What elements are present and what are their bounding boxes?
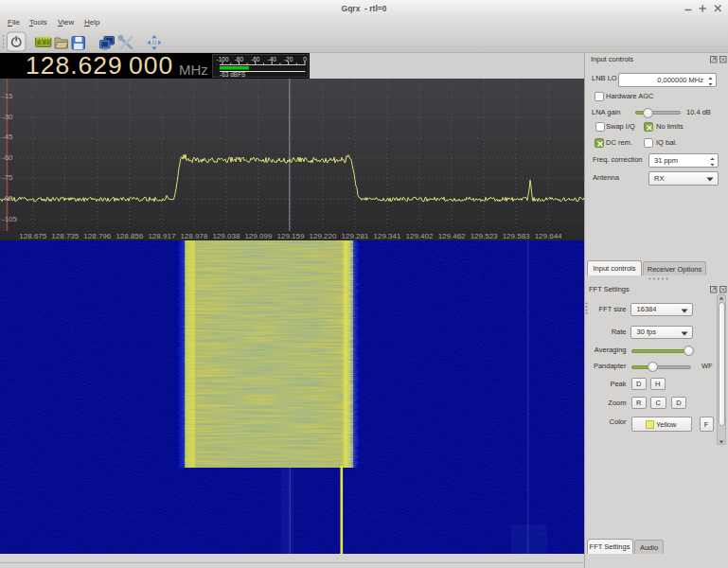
svg-text:-20: -20 [284, 56, 293, 62]
svg-text:-100: -100 [216, 56, 228, 62]
svg-text:-80: -80 [235, 56, 244, 62]
svg-text:-40: -40 [267, 56, 276, 62]
svg-text:-60: -60 [251, 56, 260, 62]
svg-text:-63 dBFS: -63 dBFS [220, 71, 246, 77]
svg-text:0: 0 [303, 56, 307, 62]
